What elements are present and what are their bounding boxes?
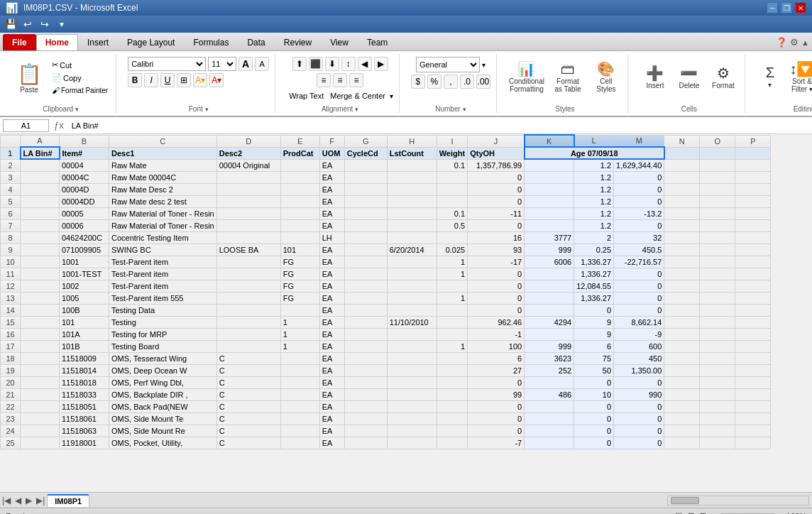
tab-view[interactable]: View (321, 34, 358, 50)
sheet-tab-im08p1[interactable]: IM08P1 (47, 494, 89, 507)
fill-color-button[interactable]: A▾ (193, 73, 207, 87)
cell-P1[interactable] (735, 147, 771, 159)
format-cells-button[interactable]: ⚙ Format (708, 57, 739, 97)
align-bottom-button[interactable]: ⬇ (325, 57, 339, 71)
save-quick-button[interactable]: 💾 (3, 17, 18, 31)
formula-functions-icon[interactable]: ƒx (52, 120, 66, 131)
settings-icon[interactable]: ⚙ (790, 37, 799, 48)
percent-button[interactable]: % (427, 75, 441, 89)
increase-font-button[interactable]: A (238, 57, 253, 71)
tab-home[interactable]: Home (36, 34, 78, 50)
align-middle-button[interactable]: ⬛ (309, 57, 323, 71)
tab-page-layout[interactable]: Page Layout (118, 34, 184, 50)
cell-C1[interactable]: Desc1 (109, 147, 217, 159)
cell-I1[interactable]: Weight (437, 147, 467, 159)
tab-formulas[interactable]: Formulas (184, 34, 238, 50)
ribbon-minimize-icon[interactable]: ▲ (801, 38, 809, 47)
conditional-formatting-button[interactable]: 📊 ConditionalFormatting (508, 57, 545, 97)
view-layout-icon[interactable]: ⊡ (688, 511, 694, 514)
font-color-button[interactable]: A▾ (209, 73, 224, 87)
col-header-C[interactable]: C (109, 135, 217, 147)
col-header-B[interactable]: B (60, 135, 109, 147)
number-format-dropdown[interactable]: ▾ (482, 61, 485, 69)
decrease-font-button[interactable]: A (255, 57, 269, 71)
col-header-J[interactable]: J (468, 135, 525, 147)
font-size-selector[interactable]: 11 (208, 57, 236, 71)
tab-file[interactable]: File (3, 34, 36, 50)
close-button[interactable]: ✕ (795, 2, 806, 13)
zoom-out-icon[interactable]: − (712, 512, 716, 515)
cell-O1[interactable] (700, 147, 735, 159)
cell-A1[interactable]: LA Bin# (21, 147, 60, 159)
currency-button[interactable]: $ (411, 75, 425, 89)
number-format-selector[interactable]: General (416, 57, 480, 72)
increase-decimal-button[interactable]: .0 (460, 75, 474, 89)
align-right-button[interactable]: ≡ (349, 73, 363, 87)
quick-access-dropdown[interactable]: ▼ (54, 17, 70, 31)
decrease-decimal-button[interactable]: .00 (476, 75, 490, 89)
align-left-button[interactable]: ≡ (317, 73, 331, 87)
paste-button[interactable]: 📋 Paste (11, 57, 47, 99)
cell-B1[interactable]: Item# (60, 147, 109, 159)
col-header-O[interactable]: O (700, 135, 735, 147)
col-header-G[interactable]: G (344, 135, 387, 147)
restore-button[interactable]: ❐ (781, 2, 792, 13)
zoom-in-icon[interactable]: + (779, 512, 783, 515)
format-table-button[interactable]: 🗃 Formatas Table (549, 57, 586, 97)
redo-quick-button[interactable]: ↪ (37, 17, 53, 31)
col-header-N[interactable]: N (664, 135, 700, 147)
border-button[interactable]: ⊞ (177, 73, 191, 87)
cut-button[interactable]: ✂ Cut (50, 60, 110, 70)
tab-scroll-left[interactable]: ◀ (13, 496, 23, 505)
tab-data[interactable]: Data (238, 34, 274, 50)
view-pagebreak-icon[interactable]: ⊞ (700, 511, 706, 514)
cell-styles-button[interactable]: 🎨 CellStyles (591, 57, 622, 97)
col-header-A[interactable]: A (21, 135, 60, 147)
col-header-F[interactable]: F (319, 135, 344, 147)
col-header-M[interactable]: M (614, 135, 664, 147)
window-controls[interactable]: ─ ❐ ✕ (767, 2, 806, 13)
sort-filter-button[interactable]: ↕🔽 Sort &Filter ▾ (786, 57, 812, 97)
tab-team[interactable]: Team (358, 34, 397, 50)
scroll-thumb[interactable] (671, 497, 699, 504)
cell-K1-merged[interactable]: Age 07/09/18 (525, 147, 664, 159)
italic-button[interactable]: I (144, 73, 158, 87)
undo-quick-button[interactable]: ↩ (20, 17, 35, 31)
spreadsheet-container[interactable]: A B C D E F G H I J K L M N O P 1 (0, 134, 812, 492)
cell-G1[interactable]: CycleCd (344, 147, 387, 159)
indent-increase-button[interactable]: ▶ (374, 57, 388, 71)
merge-center-button[interactable]: Merge & Center (328, 91, 388, 101)
text-direction-button[interactable]: ↕ (341, 57, 356, 71)
sum-button[interactable]: Σ ▾ (757, 57, 784, 97)
tab-review[interactable]: Review (275, 34, 321, 50)
font-family-selector[interactable]: Calibri (128, 57, 206, 71)
help-icon[interactable]: ❓ (776, 37, 787, 48)
formula-input[interactable] (69, 119, 809, 132)
cell-reference-input[interactable] (3, 119, 49, 132)
col-header-P[interactable]: P (735, 135, 771, 147)
merge-dropdown-icon[interactable]: ▾ (390, 92, 393, 100)
comma-button[interactable]: , (444, 75, 458, 89)
indent-decrease-button[interactable]: ◀ (358, 57, 372, 71)
cell-N1[interactable] (664, 147, 700, 159)
cell-D1[interactable]: Desc2 (216, 147, 280, 159)
cell-E1[interactable]: ProdCat (280, 147, 319, 159)
view-normal-icon[interactable]: ▣ (675, 511, 682, 514)
delete-cells-button[interactable]: ➖ Delete (674, 57, 705, 97)
copy-button[interactable]: 📄 Copy (50, 72, 110, 83)
col-header-I[interactable]: I (437, 135, 467, 147)
tab-scroll-right-end[interactable]: ▶| (34, 496, 47, 505)
col-header-K[interactable]: K (525, 135, 574, 147)
minimize-button[interactable]: ─ (767, 2, 778, 13)
insert-cells-button[interactable]: ➕ Insert (640, 57, 671, 97)
bold-button[interactable]: B (128, 73, 142, 87)
col-header-D[interactable]: D (216, 135, 280, 147)
tab-insert[interactable]: Insert (78, 34, 118, 50)
cell-F1[interactable]: UOM (319, 147, 344, 159)
wrap-text-button[interactable]: Wrap Text (287, 91, 326, 101)
horizontal-scrollbar[interactable] (667, 496, 809, 505)
align-center-button[interactable]: ≡ (333, 73, 347, 87)
format-painter-button[interactable]: 🖌 Format Painter (50, 85, 110, 95)
col-header-H[interactable]: H (387, 135, 437, 147)
cell-J1[interactable]: QtyOH (468, 147, 525, 159)
